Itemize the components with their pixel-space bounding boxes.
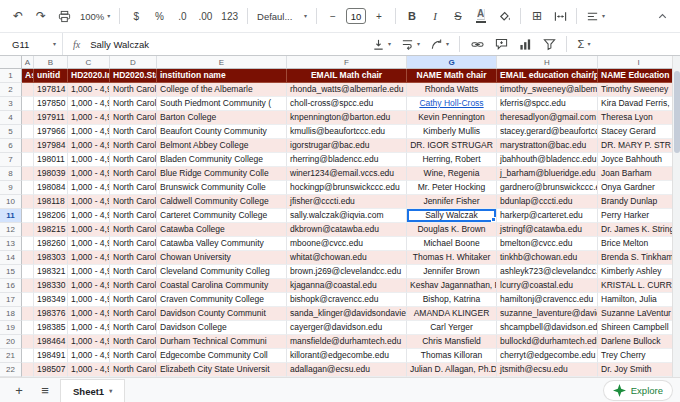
cell-A13[interactable] (22, 237, 34, 251)
cell-C22[interactable]: 1,000 - 4,999 (68, 363, 110, 377)
cell-B11[interactable]: 198206 (34, 209, 68, 223)
cell-G9[interactable]: Mr. Peter Hocking (407, 181, 497, 195)
cell-A9[interactable] (22, 181, 34, 195)
row-number-22[interactable]: 22 (0, 363, 22, 377)
cell-E18[interactable]: Davidson County Communit (157, 307, 287, 321)
cell-H3[interactable]: kferris@spcc.edu (497, 97, 598, 111)
cell-C11[interactable]: 1,000 - 4,999 (68, 209, 110, 223)
cell-I2[interactable]: Timothy Sweeney (598, 83, 680, 97)
row-number-18[interactable]: 18 (0, 307, 22, 321)
cell-B19[interactable]: 198385 (34, 321, 68, 335)
cell-F14[interactable]: whitat@chowan.edu (287, 251, 407, 265)
cell-B15[interactable]: 198321 (34, 265, 68, 279)
cell-E12[interactable]: Catawba College (157, 223, 287, 237)
cell-F5[interactable]: kmullis@beaufortccc.edu (287, 125, 407, 139)
column-header-A[interactable]: A (22, 56, 34, 69)
cell-E16[interactable]: Coastal Carolina Community (157, 279, 287, 293)
cell-E9[interactable]: Brunswick Community Colle (157, 181, 287, 195)
cell-F6[interactable]: igorstrugar@bac.edu (287, 139, 407, 153)
cell-I20[interactable]: Darlene Bullock (598, 335, 680, 349)
cell-I14[interactable]: Brenda S. Tinkham (598, 251, 680, 265)
row-number-11[interactable]: 11 (0, 209, 22, 223)
cell-A21[interactable] (22, 349, 34, 363)
cell-B2[interactable]: 197814 (34, 83, 68, 97)
row-number-19[interactable]: 19 (0, 321, 22, 335)
cell-H21[interactable]: cherryt@edgecombe.edu (497, 349, 598, 363)
cell-D21[interactable]: North Carolina (110, 349, 157, 363)
bold-button[interactable]: B (402, 5, 422, 27)
cell-D14[interactable]: North Carolina (110, 251, 157, 265)
more-formats-button[interactable]: 123 (218, 5, 241, 27)
cell-G22[interactable]: Julian D. Allagan, Ph.D. (407, 363, 497, 377)
cell-B3[interactable]: 197850 (34, 97, 68, 111)
row-number-4[interactable]: 4 (0, 111, 22, 125)
cell-D13[interactable]: North Carolina (110, 237, 157, 251)
row-number-14[interactable]: 14 (0, 251, 22, 265)
formula-input[interactable]: Sally Walczak (90, 39, 149, 50)
explore-button[interactable]: Explore (604, 381, 672, 400)
cell-B10[interactable]: 198118 (34, 195, 68, 209)
row-number-12[interactable]: 12 (0, 223, 22, 237)
cell-I21[interactable]: Trey Cherry (598, 349, 680, 363)
cell-D11[interactable]: North Carolina (110, 209, 157, 223)
cell-C5[interactable]: 1,000 - 4,999 (68, 125, 110, 139)
column-header-D[interactable]: D (110, 56, 157, 69)
cell-B9[interactable]: 198084 (34, 181, 68, 195)
cell-D12[interactable]: North Carolina (110, 223, 157, 237)
horizontal-align-button[interactable]: ▾ (583, 5, 608, 27)
cell-F11[interactable]: sally.walczak@iqvia.com (287, 209, 407, 223)
cell-G19[interactable]: Carl Yerger (407, 321, 497, 335)
merge-cells-button[interactable] (550, 5, 570, 27)
cell-I10[interactable]: Brandy Dunlap (598, 195, 680, 209)
cell-G21[interactable]: Thomas Killoran (407, 349, 497, 363)
cell-G20[interactable]: Chris Mansfield (407, 335, 497, 349)
cell-E4[interactable]: Barton College (157, 111, 287, 125)
cell-H22[interactable]: jtsmith@ecsu.edu (497, 363, 598, 377)
cell-A3[interactable] (22, 97, 34, 111)
cell-E17[interactable]: Craven Community College (157, 293, 287, 307)
cell-C14[interactable]: 1,000 - 4,999 (68, 251, 110, 265)
cell-A22[interactable] (22, 363, 34, 377)
cell-F2[interactable]: rhonda_watts@albemarle.edu (287, 83, 407, 97)
cell-E20[interactable]: Durham Technical Communi (157, 335, 287, 349)
cell-I4[interactable]: Theresa Lyon (598, 111, 680, 125)
name-box[interactable]: G11 ▾ (0, 33, 62, 55)
cell-A6[interactable] (22, 139, 34, 153)
cell-D15[interactable]: North Carolina (110, 265, 157, 279)
insert-link-button[interactable] (467, 34, 487, 54)
cell-C10[interactable]: 1,000 - 4,999 (68, 195, 110, 209)
cell-F13[interactable]: mboone@cvcc.edu (287, 237, 407, 251)
cell-F7[interactable]: rherring@bladencc.edu (287, 153, 407, 167)
cell-I13[interactable]: Brice Melton (598, 237, 680, 251)
cell-I19[interactable]: Shireen Campbell (598, 321, 680, 335)
cell-F17[interactable]: bishopk@cravencc.edu (287, 293, 407, 307)
cell-A16[interactable] (22, 279, 34, 293)
cell-F12[interactable]: dkbrown@catawba.edu (287, 223, 407, 237)
cell-H12[interactable]: jstringf@catawba.edu (497, 223, 598, 237)
cell-I18[interactable]: Suzanne LaVentur (598, 307, 680, 321)
cell-C15[interactable]: 1,000 - 4,999 (68, 265, 110, 279)
cell-G12[interactable]: Douglas K. Brown (407, 223, 497, 237)
cell-C13[interactable]: 1,000 - 4,999 (68, 237, 110, 251)
cell-G4[interactable]: Kevin Pennington (407, 111, 497, 125)
cell-H20[interactable]: bullockd@durhamtech.edu (497, 335, 598, 349)
fill-handle[interactable] (491, 217, 496, 222)
cell-B14[interactable]: 198303 (34, 251, 68, 265)
strikethrough-button[interactable]: S (448, 5, 468, 27)
cell-G17[interactable]: Bishop, Katrina (407, 293, 497, 307)
cell-C17[interactable]: 1,000 - 4,999 (68, 293, 110, 307)
cell-C18[interactable]: 1,000 - 4,999 (68, 307, 110, 321)
undo-button[interactable]: ↶ (8, 5, 28, 27)
cell-H14[interactable]: tinkhb@chowan.edu (497, 251, 598, 265)
cell-H17[interactable]: hamiltonj@cravencc.edu (497, 293, 598, 307)
cell-A2[interactable] (22, 83, 34, 97)
select-all-corner[interactable] (0, 56, 22, 69)
cell-E22[interactable]: Elizabeth City State Universit (157, 363, 287, 377)
cell-E5[interactable]: Beaufort County Community (157, 125, 287, 139)
cell-H5[interactable]: stacey.gerard@beaufortccc.e (497, 125, 598, 139)
cell-C12[interactable]: 1,000 - 4,999 (68, 223, 110, 237)
cell-E3[interactable]: South Piedmont Community ( (157, 97, 287, 111)
format-percent-button[interactable]: % (149, 5, 169, 27)
cell-E7[interactable]: Bladen Community College (157, 153, 287, 167)
cell-E11[interactable]: Carteret Community College (157, 209, 287, 223)
